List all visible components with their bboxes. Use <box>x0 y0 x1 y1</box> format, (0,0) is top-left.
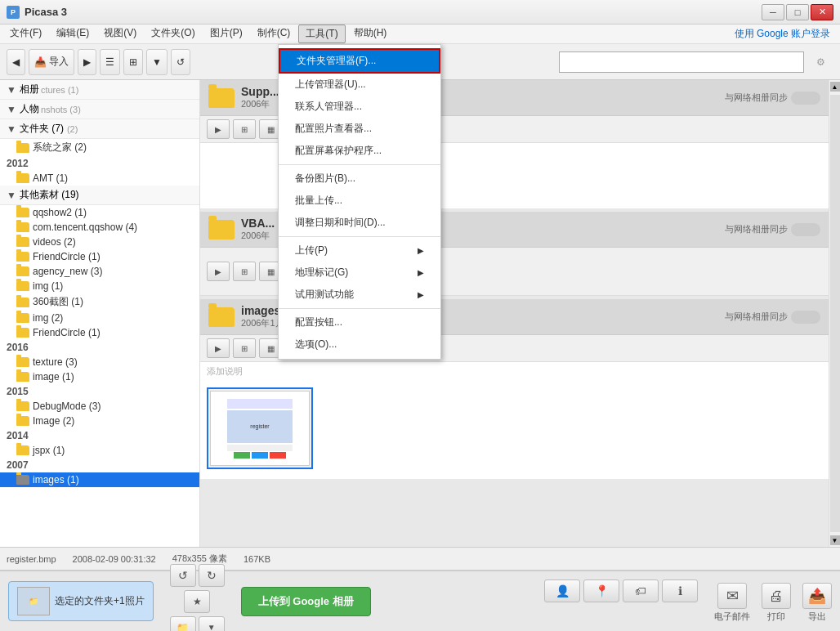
view-grid-button[interactable]: ⊞ <box>123 49 143 75</box>
thumbnail-register[interactable]: register <box>207 387 313 469</box>
print-action[interactable]: 🖨 打印 <box>762 583 791 623</box>
email-action[interactable]: ✉ 电子邮件 <box>714 583 750 623</box>
menu-upload-manager[interactable]: 上传管理器(U)... <box>279 74 440 96</box>
arrow-right-icon-3: ▶ <box>418 290 424 299</box>
sync-toggle-vba[interactable] <box>791 223 820 236</box>
rotate-button[interactable]: ↺ <box>171 49 190 75</box>
menu-contacts[interactable]: 联系人管理器... <box>279 96 440 118</box>
menu-file[interactable]: 文件(F) <box>3 25 48 43</box>
sidebar-item-amt[interactable]: AMT (1) <box>0 171 199 186</box>
collage-button[interactable]: ⊞ <box>233 119 256 139</box>
info-tool-button[interactable]: ℹ <box>662 580 698 602</box>
bottom-bar: 📁 选定的文件夹+1照片 ↺ ↻ ★ 📁 ▼ 上传到 Google 相册 👤 <box>0 570 840 631</box>
tag-tool-button[interactable]: 🏷 <box>623 580 659 602</box>
import-button[interactable]: 📥 导入 <box>29 49 74 75</box>
sidebar-group-people[interactable]: ▼ 人物 nshots (3) <box>0 100 199 119</box>
dropdown-button[interactable]: ▼ <box>146 49 168 75</box>
menu-create[interactable]: 制作(C) <box>251 25 297 43</box>
sidebar-item-image[interactable]: image (1) <box>0 369 199 384</box>
menu-config-btn[interactable]: 配置按钮... <box>279 311 440 333</box>
image-thumbnails: register <box>200 381 829 479</box>
menu-edit[interactable]: 编辑(E) <box>50 25 96 43</box>
folder-icon <box>16 143 29 153</box>
menu-folder-manager[interactable]: 文件夹管理器(F)... <box>279 48 440 74</box>
sidebar-item-debugmode[interactable]: DebugMode (3) <box>0 399 199 414</box>
search-icon: ⚙ <box>807 49 833 75</box>
sidebar-item-friendcircle1[interactable]: FriendCircle (1) <box>0 249 199 264</box>
rotate-cw-button[interactable]: ↻ <box>199 564 225 587</box>
back-button[interactable]: ◀ <box>7 49 25 75</box>
export-icon: 📤 <box>802 583 832 609</box>
dropdown-tool-button[interactable]: ▼ <box>199 616 225 632</box>
menu-view[interactable]: 视图(V) <box>97 25 143 43</box>
sidebar-item-qqshow2[interactable]: qqshow2 (1) <box>0 205 199 220</box>
forward-button[interactable]: ▶ <box>78 49 96 75</box>
bottom-tools: ↺ ↻ ★ 📁 ▼ <box>170 564 225 632</box>
menu-config-screensaver[interactable]: 配置屏幕保护程序... <box>279 140 440 162</box>
sync-toggle-images[interactable] <box>791 311 820 324</box>
sidebar-item-Image[interactable]: Image (2) <box>0 414 199 428</box>
selected-thumbnail: 📁 <box>17 587 50 615</box>
menu-backup[interactable]: 备份图片(B)... <box>279 168 440 190</box>
sidebar-group-other[interactable]: ▼ 其他素材 (19) <box>0 186 199 205</box>
play-button[interactable]: ▶ <box>207 119 230 139</box>
sidebar-group-folders[interactable]: ▼ 文件夹 (7) (2) <box>0 119 199 139</box>
app-title: Picasa 3 <box>25 6 67 18</box>
year-2014: 2014 <box>0 428 199 443</box>
folder-icon-selected <box>16 475 29 485</box>
sidebar-item-jspx[interactable]: jspx (1) <box>0 443 199 458</box>
email-icon: ✉ <box>717 583 747 609</box>
year-2016: 2016 <box>0 340 199 355</box>
folder-icon <box>16 313 29 323</box>
login-link[interactable]: 使用 Google 账户登录 <box>735 27 837 41</box>
menu-picture[interactable]: 图片(P) <box>203 25 249 43</box>
menu-test-features[interactable]: 试用测试功能 ▶ <box>279 284 440 306</box>
menu-adjust-datetime[interactable]: 调整日期和时间(D)... <box>279 212 440 234</box>
sidebar-item-agency[interactable]: agency_new (3) <box>0 264 199 279</box>
pin-tool-button[interactable]: 📍 <box>583 580 619 602</box>
folder-caption[interactable]: 添加说明 <box>200 362 829 381</box>
upload-google-button[interactable]: 上传到 Google 相册 <box>241 587 371 616</box>
sync-toggle[interactable] <box>791 92 820 105</box>
menu-config-viewer[interactable]: 配置照片查看器... <box>279 118 440 140</box>
sidebar-item-qqshow[interactable]: com.tencent.qqshow (4) <box>0 220 199 235</box>
star-tool-button[interactable]: ★ <box>184 590 210 613</box>
play-button-images[interactable]: ▶ <box>207 338 230 358</box>
play-button-vba[interactable]: ▶ <box>207 262 230 281</box>
view-list-button[interactable]: ☰ <box>100 49 120 75</box>
arrow-right-icon-2: ▶ <box>418 268 424 277</box>
person-tool-button[interactable]: 👤 <box>544 580 580 602</box>
restore-button[interactable]: □ <box>786 4 809 20</box>
collage-button-vba[interactable]: ⊞ <box>233 262 256 281</box>
menu-sep-3 <box>279 308 440 309</box>
menu-upload[interactable]: 上传(P) ▶ <box>279 239 440 262</box>
sidebar-item-360[interactable]: 360截图 (1) <box>0 293 199 311</box>
close-button[interactable]: ✕ <box>811 4 833 20</box>
sidebar-item-img1[interactable]: img (1) <box>0 279 199 293</box>
action-buttons: ✉ 电子邮件 🖨 打印 📤 导出 <box>714 583 832 623</box>
menu-help[interactable]: 帮助(H) <box>347 25 394 43</box>
folder-icon <box>16 222 29 232</box>
title-bar: P Picasa 3 ─ □ ✕ <box>0 0 840 25</box>
export-action[interactable]: 📤 导出 <box>802 583 832 623</box>
folder-tool-button[interactable]: 📁 <box>170 616 196 632</box>
menu-folder[interactable]: 文件夹(O) <box>145 25 201 43</box>
menu-options[interactable]: 选项(O)... <box>279 333 440 356</box>
minimize-button[interactable]: ─ <box>762 4 784 20</box>
folders-arrow-icon: ▼ <box>7 123 16 135</box>
menu-geotag[interactable]: 地理标记(G) ▶ <box>279 262 440 284</box>
menu-batch-upload[interactable]: 批量上传... <box>279 190 440 212</box>
sidebar-group-albums[interactable]: ▼ 相册 ctures (1) <box>0 80 199 100</box>
folder-large-icon-images <box>208 307 235 327</box>
search-input[interactable] <box>559 51 804 73</box>
scrollbar[interactable]: ▲ ▼ <box>829 80 840 547</box>
sidebar-item-videos[interactable]: videos (2) <box>0 235 199 249</box>
sidebar-item-img2[interactable]: img (2) <box>0 311 199 325</box>
menu-tools[interactable]: 工具(T) <box>298 25 345 43</box>
sidebar-item-system[interactable]: 系统之家 (2) <box>0 139 199 156</box>
collage-button-images[interactable]: ⊞ <box>233 338 256 358</box>
rotate-ccw-button[interactable]: ↺ <box>170 564 196 587</box>
sidebar-item-images[interactable]: images (1) <box>0 472 199 487</box>
sidebar-item-texture[interactable]: texture (3) <box>0 355 199 369</box>
sidebar-item-friendcircle2[interactable]: FriendCircle (1) <box>0 325 199 340</box>
